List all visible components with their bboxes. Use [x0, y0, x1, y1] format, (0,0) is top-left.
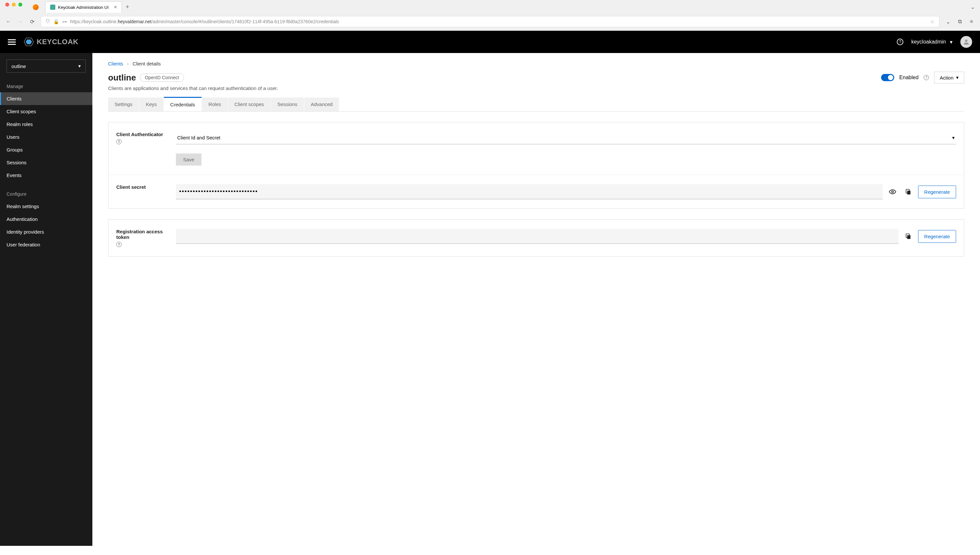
logo[interactable]: KEYCLOAK — [24, 37, 78, 47]
help-icon[interactable]: ? — [116, 242, 122, 247]
sidebar-item-clients[interactable]: Clients — [0, 92, 92, 105]
svg-rect-4 — [907, 191, 910, 195]
tab-settings[interactable]: Settings — [108, 98, 139, 111]
registration-token-label: Registration access token ? — [116, 229, 166, 247]
caret-down-icon: ▾ — [956, 75, 959, 80]
svg-point-3 — [891, 191, 893, 193]
help-icon[interactable]: ? — [897, 38, 903, 45]
forward-button: → — [17, 18, 24, 25]
sidebar-section-configure: Configure — [0, 188, 92, 200]
protocol-badge: OpenID Connect — [140, 73, 184, 82]
lock-icon[interactable]: 🔒 — [53, 19, 59, 24]
tab-client-scopes[interactable]: Client scopes — [228, 98, 271, 111]
tab-favicon — [50, 5, 55, 10]
main-content: Clients › Client details outline OpenID … — [92, 53, 980, 546]
enabled-toggle[interactable] — [881, 74, 894, 81]
breadcrumb-current: Client details — [133, 61, 161, 66]
tab-close-icon[interactable]: × — [114, 4, 117, 10]
svg-marker-1 — [26, 40, 32, 44]
reveal-secret-button[interactable] — [887, 186, 898, 198]
key-icon[interactable]: ⊶ — [62, 19, 67, 24]
authenticator-value: Client Id and Secret — [177, 135, 220, 141]
sidebar-item-realm-settings[interactable]: Realm settings — [0, 200, 92, 213]
eye-icon — [889, 188, 896, 196]
tab-keys[interactable]: Keys — [139, 98, 163, 111]
sidebar-item-realm-roles[interactable]: Realm roles — [0, 118, 92, 131]
sidebar-item-groups[interactable]: Groups — [0, 143, 92, 156]
tab-roles[interactable]: Roles — [202, 98, 228, 111]
tab-title: Keycloak Administration UI — [58, 5, 109, 10]
help-icon[interactable]: ? — [116, 139, 122, 144]
breadcrumb-clients[interactable]: Clients — [108, 61, 123, 66]
user-menu[interactable]: keycloakadmin ▾ — [911, 39, 953, 45]
tabs-dropdown-icon[interactable]: ⌄ — [970, 4, 975, 10]
sidebar-item-user-federation[interactable]: User federation — [0, 238, 92, 251]
registration-token-input[interactable] — [176, 229, 898, 244]
tab-credentials[interactable]: Credentials — [164, 97, 202, 111]
pocket-icon[interactable]: ⌄ — [945, 18, 951, 25]
keycloak-logo-icon — [24, 37, 34, 47]
menu-icon[interactable]: ≡ — [968, 18, 975, 25]
copy-token-button[interactable] — [903, 230, 914, 242]
sidebar-item-authentication[interactable]: Authentication — [0, 213, 92, 226]
client-secret-input[interactable] — [176, 184, 883, 199]
firefox-icon[interactable] — [33, 4, 39, 10]
breadcrumb: Clients › Client details — [108, 61, 964, 66]
caret-down-icon: ▾ — [78, 63, 81, 69]
sidebar-item-users[interactable]: Users — [0, 131, 92, 143]
caret-down-icon: ▾ — [952, 135, 955, 141]
enabled-label: Enabled — [900, 75, 919, 80]
reload-button[interactable]: ⟳ — [29, 18, 35, 25]
username: keycloakadmin — [911, 39, 946, 45]
chevron-right-icon: › — [127, 61, 129, 66]
copy-icon — [905, 233, 912, 239]
avatar[interactable] — [960, 36, 972, 48]
app-header: KEYCLOAK ? keycloakadmin ▾ — [0, 31, 980, 53]
tabs: Settings Keys Credentials Roles Client s… — [108, 98, 964, 112]
svg-rect-6 — [907, 235, 910, 239]
sidebar-item-events[interactable]: Events — [0, 169, 92, 181]
authenticator-select[interactable]: Client Id and Secret ▾ — [176, 132, 956, 144]
regenerate-secret-button[interactable]: Regenerate — [918, 186, 956, 198]
sidebar-item-sessions[interactable]: Sessions — [0, 156, 92, 169]
regenerate-token-button[interactable]: Regenerate — [918, 230, 956, 243]
client-secret-label: Client secret — [116, 184, 166, 190]
credentials-card: Client Authenticator ? Client Id and Sec… — [108, 122, 964, 209]
copy-icon — [905, 188, 912, 195]
realm-selector[interactable]: outline ▾ — [6, 59, 86, 73]
brand-text: KEYCLOAK — [37, 38, 78, 46]
sidebar-item-identity-providers[interactable]: Identity providers — [0, 226, 92, 238]
extensions-icon[interactable]: ⧉ — [956, 18, 963, 25]
realm-name: outline — [11, 64, 26, 69]
sidebar: outline ▾ Manage Clients Client scopes R… — [0, 53, 92, 546]
page-title: outline — [108, 73, 136, 83]
user-icon — [962, 38, 970, 45]
copy-secret-button[interactable] — [903, 186, 914, 198]
hamburger-menu[interactable] — [8, 38, 16, 46]
help-icon[interactable]: ? — [924, 75, 929, 80]
authenticator-label: Client Authenticator ? — [116, 132, 166, 144]
shield-icon[interactable]: ⛉ — [45, 19, 50, 24]
tab-sessions[interactable]: Sessions — [271, 98, 304, 111]
caret-down-icon: ▾ — [950, 39, 953, 45]
save-button[interactable]: Save — [176, 154, 201, 165]
page-subtitle: Clients are applications and services th… — [108, 85, 964, 91]
browser-chrome: Keycloak Administration UI × + ⌄ ← → ⟳ ⛉… — [0, 0, 980, 31]
sidebar-item-client-scopes[interactable]: Client scopes — [0, 105, 92, 118]
browser-tab[interactable]: Keycloak Administration UI × — [45, 1, 122, 13]
tab-advanced[interactable]: Advanced — [304, 98, 340, 111]
token-card: Registration access token ? Regenerate — [108, 219, 964, 257]
new-tab-button[interactable]: + — [126, 3, 129, 10]
back-button[interactable]: ← — [5, 18, 12, 25]
url-bar[interactable]: ⛉ 🔒 ⊶ https://keycloak.outline.heyvaldem… — [40, 16, 940, 27]
bookmark-icon[interactable]: ☆ — [930, 19, 935, 24]
svg-point-2 — [965, 40, 967, 42]
sidebar-section-manage: Manage — [0, 80, 92, 92]
action-dropdown[interactable]: Action ▾ — [934, 72, 964, 83]
url-text: https://keycloak.outline.heyvaldemar.net… — [70, 19, 339, 24]
